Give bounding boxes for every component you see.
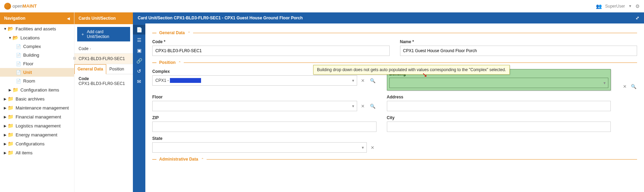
nav-floor[interactable]: 📄Floor xyxy=(0,59,74,68)
name-input[interactable] xyxy=(400,46,637,56)
row-collapse-icon[interactable]: ⊟ xyxy=(73,56,76,60)
users-icon[interactable]: 👥 xyxy=(596,3,602,9)
zip-input[interactable] xyxy=(152,122,377,132)
gear-icon[interactable]: ⚙ xyxy=(635,3,640,9)
search-icon[interactable]: 🔍 xyxy=(630,84,637,89)
city-input[interactable] xyxy=(387,122,611,132)
section-position[interactable]: —Position⌃ xyxy=(152,60,637,65)
side-list-icon[interactable]: ☰ xyxy=(133,35,145,45)
zip-label: ZIP xyxy=(152,115,377,120)
nav-room[interactable]: 📄Room xyxy=(0,77,74,85)
section-general-data[interactable]: —General Data⌃ xyxy=(152,30,637,35)
logo-text-maint: MAINT xyxy=(22,3,37,9)
section-administrative[interactable]: —Administrative Data⌃ xyxy=(152,157,637,162)
building-combo[interactable]: ▼ xyxy=(389,78,609,88)
chevron-down-icon[interactable]: ▼ xyxy=(350,104,357,108)
chevron-down-icon[interactable]: ▼ xyxy=(601,81,608,85)
city-label: City xyxy=(387,115,611,120)
side-card-icon[interactable]: 📄 xyxy=(133,25,145,35)
clear-icon[interactable]: ✕ xyxy=(359,104,367,109)
state-combo[interactable]: ▼ xyxy=(152,142,367,153)
card-row[interactable]: ⊟ CPX1-BLD3-FLR0-SEC1 xyxy=(74,54,133,64)
redacted-text xyxy=(170,78,201,83)
cards-col-code[interactable]: Code ↑ xyxy=(74,44,133,54)
name-label: Name * xyxy=(400,39,637,44)
nav-building[interactable]: 📄Building xyxy=(0,51,74,59)
nav-financial[interactable]: ▶📁Financial management xyxy=(0,112,74,121)
clear-icon[interactable]: ✕ xyxy=(369,145,377,150)
nav-complex[interactable]: 📄Complex xyxy=(0,42,74,51)
user-dropdown-icon[interactable]: ▼ xyxy=(628,4,632,8)
side-relations-icon[interactable]: 🔗 xyxy=(133,56,145,66)
chevron-up-icon: ⌃ xyxy=(201,157,204,161)
floor-label: Floor xyxy=(152,95,377,99)
search-icon[interactable]: 🔍 xyxy=(369,104,377,109)
chevron-up-icon: ⌃ xyxy=(188,31,190,35)
nav-title: Navigation xyxy=(4,16,25,21)
detail-code-label: Code xyxy=(79,76,129,81)
side-history-icon[interactable]: ↺ xyxy=(133,66,145,76)
chevron-down-icon[interactable]: ▼ xyxy=(360,146,366,150)
floor-combo[interactable]: ▼ xyxy=(152,101,357,111)
logo-text-open: open xyxy=(12,3,22,9)
card-row-code: CPX1-BLD3-FLR0-SEC1 xyxy=(79,56,125,61)
complex-combo[interactable]: CPX1 - ▼ xyxy=(152,75,357,86)
search-icon[interactable]: 🔍 xyxy=(369,78,377,83)
nav-config-items[interactable]: ▶📁Configuration items xyxy=(0,85,74,94)
nav-configurations[interactable]: ▶📁Configurations xyxy=(0,139,74,148)
address-label: Address xyxy=(387,95,611,99)
tab-position[interactable]: Position xyxy=(106,64,127,74)
address-input[interactable] xyxy=(387,101,611,111)
nav-logistics[interactable]: ▶📁Logistics management xyxy=(0,121,74,130)
nav-unit[interactable]: 📄Unit xyxy=(0,68,74,77)
nav-maintenance[interactable]: ▶📁Maintenance management xyxy=(0,103,74,112)
clear-icon[interactable]: ✕ xyxy=(621,84,628,89)
cards-header: Cards Unit/Section xyxy=(74,12,133,24)
logo-icon xyxy=(4,3,11,10)
nav-locations[interactable]: ▼📂Locations xyxy=(0,33,74,42)
plus-icon: ＋ xyxy=(81,31,85,37)
expand-icon[interactable]: ⤢ xyxy=(636,16,639,20)
code-label: Code * xyxy=(152,39,390,44)
annotation-arrow-icon: ➘ xyxy=(422,71,427,79)
card-title-bar: Card Unit/Section CPX1-BLD3-FLR0-SEC1 - … xyxy=(133,12,644,23)
annotation-callout: Building drop down does not gets auto po… xyxy=(313,65,510,75)
code-input[interactable] xyxy=(152,46,390,56)
side-email-icon[interactable]: ✉ xyxy=(133,77,145,86)
nav-all-items[interactable]: ▶📁All items xyxy=(0,148,74,157)
app-logo: openMAINT xyxy=(4,3,37,10)
state-label: State xyxy=(152,136,377,141)
add-card-button[interactable]: ＋Add card Unit/Section xyxy=(77,27,130,41)
nav-basic-archives[interactable]: ▶📁Basic archives xyxy=(0,94,74,103)
chevron-down-icon[interactable]: ▼ xyxy=(350,79,357,83)
nav-energy[interactable]: ▶📁Energy management xyxy=(0,130,74,139)
detail-code-value: CPX1-BLD3-FLR0-SEC1 xyxy=(79,81,125,86)
username[interactable]: SuperUser xyxy=(605,4,625,9)
nav-facilities[interactable]: ▼📂Facilities and assets xyxy=(0,24,74,33)
side-notes-icon[interactable]: ▣ xyxy=(133,46,145,55)
clear-icon[interactable]: ✕ xyxy=(359,78,367,83)
nav-header: Navigation ◀ xyxy=(0,12,74,24)
chevron-up-icon: ⌃ xyxy=(178,61,181,65)
card-title: Card Unit/Section CPX1-BLD3-FLR0-SEC1 - … xyxy=(138,16,303,20)
nav-collapse-icon[interactable]: ◀ xyxy=(67,17,70,20)
tab-general-data[interactable]: General Data xyxy=(74,64,106,74)
